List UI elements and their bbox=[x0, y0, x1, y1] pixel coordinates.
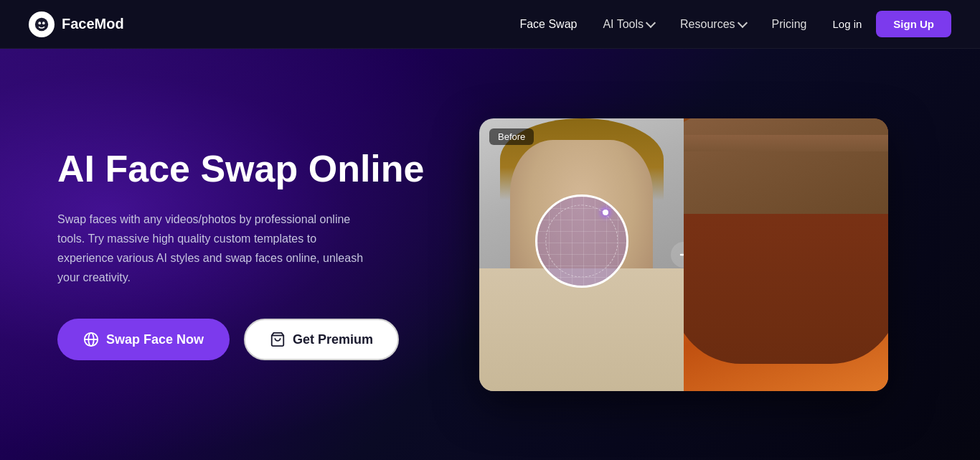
navbar: FaceMod Face Swap AI Tools Resources Pri… bbox=[0, 0, 980, 49]
resources-chevron-icon bbox=[737, 18, 747, 28]
cart-icon bbox=[270, 332, 286, 347]
hero-content: AI Face Swap Online Swap faces with any … bbox=[57, 149, 430, 361]
swap-arrow-icon bbox=[671, 242, 684, 268]
nav-link-pricing[interactable]: Pricing bbox=[772, 18, 807, 31]
login-button[interactable]: Log in bbox=[832, 18, 862, 30]
nav-link-ai-tools[interactable]: AI Tools bbox=[603, 18, 654, 31]
before-panel: Before bbox=[479, 118, 684, 391]
get-premium-button[interactable]: Get Premium bbox=[244, 319, 399, 360]
hero-image-area: Before After bbox=[430, 118, 937, 391]
svg-point-2 bbox=[42, 22, 45, 24]
ai-tools-chevron-icon bbox=[646, 18, 656, 28]
logo[interactable]: FaceMod bbox=[29, 11, 124, 37]
hero-title: AI Face Swap Online bbox=[57, 149, 430, 189]
signup-button[interactable]: Sign Up bbox=[876, 11, 951, 37]
after-panel: After bbox=[684, 118, 888, 391]
woman-hat bbox=[684, 118, 888, 214]
face-scan-overlay bbox=[535, 194, 628, 288]
sparkle-icon bbox=[603, 210, 608, 215]
hero-section: AI Face Swap Online Swap faces with any … bbox=[0, 49, 980, 460]
svg-point-1 bbox=[38, 22, 41, 24]
face-grid bbox=[537, 197, 626, 286]
swap-face-now-button[interactable]: Swap Face Now bbox=[57, 319, 230, 360]
logo-text: FaceMod bbox=[62, 16, 124, 32]
hero-description: Swap faces with any videos/photos by pro… bbox=[57, 210, 366, 288]
logo-icon bbox=[29, 11, 55, 37]
svg-point-0 bbox=[35, 17, 48, 30]
before-after-card: Before After bbox=[479, 118, 888, 391]
hero-buttons: Swap Face Now Get Premium bbox=[57, 319, 430, 360]
woman-hat-brim bbox=[684, 135, 888, 151]
nav-links: Face Swap AI Tools Resources Pricing bbox=[519, 18, 806, 31]
before-label: Before bbox=[489, 128, 534, 145]
nav-link-face-swap[interactable]: Face Swap bbox=[519, 18, 577, 31]
globe-icon bbox=[83, 332, 99, 347]
nav-link-resources[interactable]: Resources bbox=[680, 18, 745, 31]
nav-actions: Log in Sign Up bbox=[832, 11, 951, 37]
